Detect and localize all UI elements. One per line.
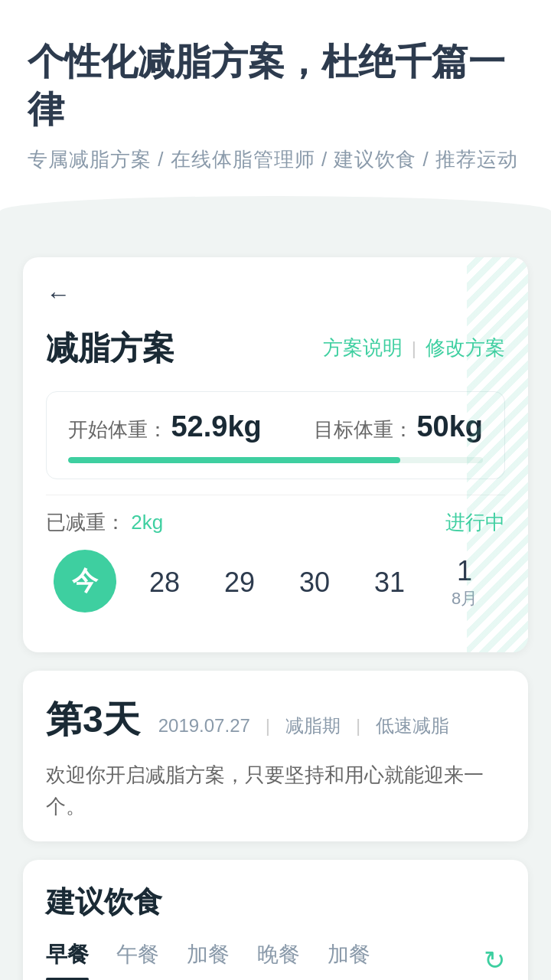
- date-item-29[interactable]: 29: [213, 567, 266, 599]
- refresh-icon[interactable]: ↻: [484, 945, 505, 975]
- tab-dinner[interactable]: 晚餐: [257, 940, 300, 980]
- header-subtitle: 专属减脂方案 / 在线体脂管理师 / 建议饮食 / 推荐运动: [28, 146, 523, 173]
- date-item-30[interactable]: 30: [288, 567, 341, 599]
- date-num-29: 29: [224, 567, 255, 599]
- day-period: 减脂期: [285, 714, 341, 738]
- header-section: 个性化减脂方案，杜绝千篇一律 专属减脂方案 / 在线体脂管理师 / 建议饮食 /…: [0, 0, 551, 196]
- weight-row: 开始体重： 52.9kg 目标体重： 50kg: [68, 410, 483, 443]
- day-meta-divider: |: [266, 715, 270, 737]
- date-item-1[interactable]: 1 8月: [438, 555, 491, 610]
- action-divider: |: [412, 338, 416, 359]
- meal-tabs: 早餐 午餐 加餐 晚餐 加餐 ↻: [46, 940, 505, 980]
- food-section-title: 建议饮食: [46, 883, 505, 922]
- start-weight-value: 52.9kg: [171, 410, 261, 443]
- plan-title: 减脂方案: [46, 327, 174, 370]
- day-meta: 2019.07.27 | 减脂期 | 低速减脂: [158, 714, 450, 738]
- lost-label: 已减重：: [46, 511, 126, 534]
- lost-value: 2kg: [131, 511, 163, 534]
- day-header: 第3天 2019.07.27 | 减脂期 | 低速减脂: [46, 695, 505, 744]
- weight-progress-track: [68, 457, 483, 463]
- start-weight-label: 开始体重：: [68, 418, 168, 441]
- plan-modify-link[interactable]: 修改方案: [425, 335, 505, 361]
- plan-explain-link[interactable]: 方案说明: [323, 335, 403, 361]
- date-today[interactable]: 今: [54, 550, 116, 616]
- day-phase: 低速减脂: [376, 714, 449, 738]
- day-meta-divider-2: |: [356, 715, 360, 737]
- plan-actions: 方案说明 | 修改方案: [323, 335, 505, 361]
- date-num-28: 28: [149, 567, 180, 599]
- weight-progress-bar: [68, 457, 400, 463]
- date-num-1: 1: [457, 555, 472, 587]
- food-section: 建议饮食 早餐 午餐 加餐 晚餐 加餐 ↻ 粽子 1袋 >: [23, 860, 528, 980]
- date-num-30: 30: [299, 567, 330, 599]
- today-circle: 今: [54, 550, 116, 612]
- status-badge: 进行中: [445, 509, 505, 536]
- date-num-31: 31: [374, 567, 405, 599]
- status-row: 已减重： 2kg 进行中: [46, 495, 505, 536]
- wave-divider: [0, 196, 551, 242]
- date-item-28[interactable]: 28: [138, 567, 191, 599]
- date-month-1: 8月: [452, 587, 478, 610]
- start-weight-group: 开始体重： 52.9kg: [68, 410, 262, 443]
- target-weight-label: 目标体重：: [314, 418, 413, 441]
- date-item-31[interactable]: 31: [363, 567, 416, 599]
- day-section: 第3天 2019.07.27 | 减脂期 | 低速减脂 欢迎你开启减脂方案，只要…: [23, 671, 528, 841]
- target-weight-group: 目标体重： 50kg: [314, 410, 483, 443]
- plan-card: ← 减脂方案 方案说明 | 修改方案 开始体重： 52.9kg 目标体重： 50…: [23, 257, 528, 652]
- lost-weight-info: 已减重： 2kg: [46, 509, 163, 536]
- header-title: 个性化减脂方案，杜绝千篇一律: [28, 38, 523, 134]
- target-weight-value: 50kg: [416, 410, 483, 443]
- weight-info-box: 开始体重： 52.9kg 目标体重： 50kg: [46, 391, 505, 479]
- main-content: ← 减脂方案 方案说明 | 修改方案 开始体重： 52.9kg 目标体重： 50…: [0, 242, 551, 980]
- tab-snack2[interactable]: 加餐: [328, 940, 370, 980]
- day-description: 欢迎你开启减脂方案，只要坚持和用心就能迎来一个。: [46, 760, 505, 823]
- day-title: 第3天: [46, 695, 140, 744]
- tab-lunch[interactable]: 午餐: [116, 940, 159, 980]
- tab-snack1[interactable]: 加餐: [187, 940, 230, 980]
- back-button[interactable]: ←: [46, 280, 70, 309]
- card-header-row: 减脂方案 方案说明 | 修改方案: [46, 327, 505, 370]
- date-strip: 今 28 29 30 31 1 8月: [46, 536, 505, 629]
- tab-breakfast[interactable]: 早餐: [46, 940, 89, 980]
- day-date: 2019.07.27: [158, 715, 250, 737]
